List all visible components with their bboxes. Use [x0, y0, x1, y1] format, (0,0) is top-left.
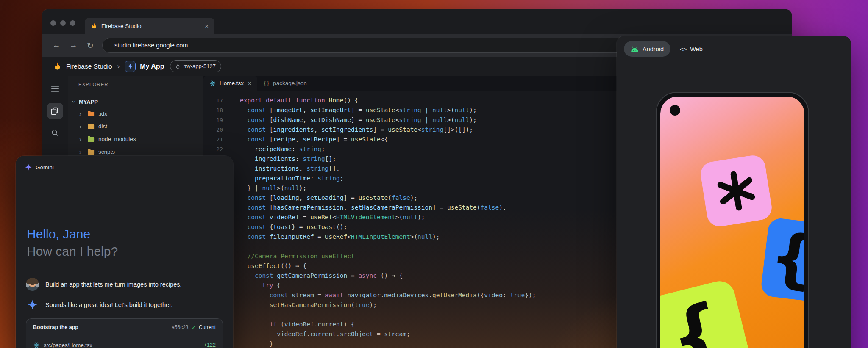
url-text: studio.firebase.google.com	[114, 42, 188, 49]
bootstrap-card-header: Bootstrap the app a56c23 ✓ Current	[26, 319, 223, 336]
check-icon: ✓	[192, 324, 196, 331]
chevron-right-icon: ›	[79, 123, 83, 130]
forward-icon[interactable]: →	[65, 41, 82, 50]
browser-tab[interactable]: Firebase Studio ×	[85, 18, 214, 34]
code-line: ingredients: string[];	[240, 154, 536, 164]
tree-root-myapp[interactable]: › MYAPP	[68, 96, 203, 107]
sticker-asterisk	[699, 154, 773, 228]
code-line: const {toast} = useToast();	[240, 222, 536, 232]
changed-file-row[interactable]: src/pages/Home.tsx +122	[26, 336, 223, 348]
greeting-line-2: How can I help?	[27, 243, 118, 260]
tree-item-node_modules[interactable]: ›node_modules	[68, 133, 203, 145]
asterisk-icon	[712, 166, 761, 216]
preview-panel: Android <> Web { {	[617, 36, 851, 348]
search-icon[interactable]	[47, 125, 63, 141]
additions-count: +122	[204, 342, 216, 348]
line-number: 18	[203, 105, 223, 115]
gemini-brand-label: Gemini	[36, 164, 54, 171]
assistant-message-text: Sounds like a great idea! Let's build it…	[45, 301, 172, 308]
explorer-icon[interactable]	[47, 103, 63, 119]
code-line: videoRef.current.srcObject = stream;	[240, 329, 536, 339]
react-icon	[33, 342, 40, 348]
status-label: Current	[199, 324, 216, 330]
chevron-down-icon: ›	[71, 101, 78, 103]
editor-tab-package-json[interactable]: {} package.json	[257, 76, 313, 91]
code-line: //Camera Permission useEffect	[240, 251, 536, 261]
tab-close-icon[interactable]: ×	[248, 80, 251, 87]
code-line: try {	[240, 281, 536, 290]
reload-icon[interactable]: ↻	[82, 41, 99, 50]
code-line: export default function Home() {	[240, 96, 536, 105]
code-line: const [imageUrl, setImageUrl] = useState…	[240, 105, 536, 115]
camera-punch-hole	[670, 105, 680, 116]
tree-item-dist[interactable]: ›dist	[68, 120, 203, 133]
code-line: recipeName: string;	[240, 144, 536, 154]
project-id-pill[interactable]: my-app-5127	[170, 60, 221, 72]
code-line	[240, 242, 536, 251]
file-path: src/pages/Home.tsx	[44, 342, 92, 348]
browser-titlebar: Firebase Studio ×	[42, 9, 792, 34]
brace-glyph: {	[662, 292, 731, 348]
device-toggle: Android <> Web	[624, 41, 705, 57]
code-line: preparationTime: string;	[240, 174, 536, 183]
gemini-panel: Gemini Hello, Jane How can I help? Build…	[16, 156, 233, 348]
menu-icon[interactable]	[47, 81, 63, 97]
product-name[interactable]: Firebase Studio	[66, 63, 112, 70]
gemini-star-icon	[28, 300, 37, 309]
app-icon	[125, 61, 136, 72]
tab-title: Firebase Studio	[101, 23, 201, 29]
editor-tab-label: package.json	[273, 80, 307, 86]
window-zoom-button[interactable]	[70, 20, 75, 26]
folder-icon	[87, 136, 95, 142]
android-toggle-button[interactable]: Android	[624, 41, 670, 57]
line-number: 17	[203, 96, 223, 105]
window-minimize-button[interactable]	[60, 20, 66, 26]
code-line: setHasCameraPermission(true);	[240, 300, 536, 310]
flame-outline-icon	[175, 64, 180, 69]
bootstrap-card[interactable]: Bootstrap the app a56c23 ✓ Current src/p…	[26, 318, 223, 348]
chevron-right-icon: ›	[79, 110, 83, 117]
editor-tab-home-tsx[interactable]: Home.tsx ×	[203, 76, 257, 91]
react-icon	[209, 80, 216, 86]
window-close-button[interactable]	[50, 20, 56, 26]
back-icon[interactable]: ←	[48, 41, 65, 50]
code-brackets-icon: <>	[680, 46, 687, 52]
web-toggle-button[interactable]: <> Web	[677, 46, 705, 52]
breadcrumb-separator: ›	[117, 62, 120, 71]
greeting-line-1: Hello, Jane	[27, 225, 118, 243]
code-line: const videoRef = useRef<HTMLVideoElement…	[240, 213, 536, 222]
code-line: const fileInputRef = useRef<HTMLInputEle…	[240, 232, 536, 242]
tree-root-label: MYAPP	[79, 99, 98, 105]
firebase-favicon-icon	[91, 22, 97, 29]
folder-icon	[87, 149, 95, 155]
card-meta: a56c23 ✓ Current	[172, 324, 216, 331]
code-lines: export default function Home() { const […	[228, 96, 536, 348]
gemini-conversation: Build an app that lets me turn images in…	[16, 278, 233, 348]
tree-item-idx[interactable]: ›.idx	[68, 107, 203, 120]
firebase-logo-icon	[53, 62, 62, 71]
editor-tab-label: Home.tsx	[220, 80, 244, 86]
code-line: const [hasCameraPermission, setHasCamera…	[240, 203, 536, 213]
code-line: }	[240, 339, 536, 348]
user-avatar	[26, 278, 39, 291]
tab-close-icon[interactable]: ×	[205, 22, 209, 30]
gemini-header: Gemini	[16, 156, 233, 179]
line-number: 21	[203, 135, 223, 144]
code-line: const [recipe, setRecipe] = useState<{	[240, 135, 536, 144]
chevron-right-icon: ›	[79, 148, 83, 155]
card-title: Bootstrap the app	[33, 324, 78, 330]
code-line: const [ingredients, setIngredients] = us…	[240, 125, 536, 135]
chevron-right-icon: ›	[79, 135, 83, 143]
user-message-text: Build an app that lets me turn images in…	[45, 281, 182, 288]
folder-icon	[87, 110, 95, 117]
code-line	[240, 310, 536, 320]
app-name[interactable]: My App	[140, 63, 164, 70]
line-number: 22	[203, 144, 223, 154]
code-line: const [loading, setLoading] = useState(f…	[240, 193, 536, 203]
sticker-brace-green: {	[660, 278, 753, 348]
web-toggle-label: Web	[690, 46, 703, 52]
sticker-brace-blue: {	[760, 217, 804, 302]
android-toggle-label: Android	[643, 46, 664, 52]
android-icon	[631, 46, 639, 52]
user-message-row: Build an app that lets me turn images in…	[16, 278, 233, 291]
